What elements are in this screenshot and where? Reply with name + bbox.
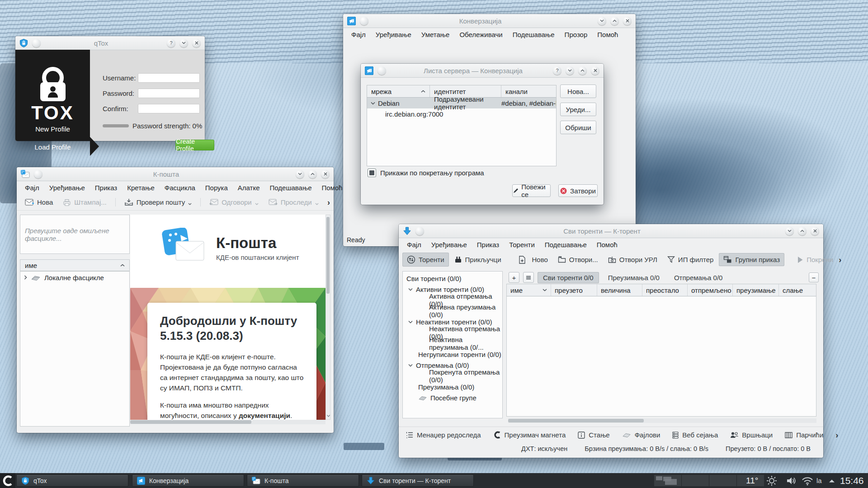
folder-list-header[interactable]: име bbox=[20, 259, 130, 271]
tree-item[interactable]: Неактивна преузимања (0/... bbox=[403, 338, 502, 349]
confirm-field[interactable] bbox=[138, 104, 200, 113]
menu-message[interactable]: Порука bbox=[200, 182, 233, 193]
column-channels[interactable]: канали bbox=[501, 85, 556, 97]
scrollbar-handle[interactable] bbox=[130, 420, 251, 424]
tab-downloads[interactable]: Преузимања 0/0 bbox=[603, 272, 665, 283]
favorite-folders-panel[interactable]: Превуците овде омиљене фасцикле... bbox=[20, 215, 130, 254]
close-icon[interactable] bbox=[321, 170, 330, 178]
new-server-button[interactable]: Нова... bbox=[560, 84, 596, 98]
peers-tab[interactable]: Вршњаци bbox=[730, 431, 773, 439]
app-launcher-button[interactable] bbox=[0, 473, 15, 488]
minimize-icon[interactable] bbox=[598, 17, 606, 25]
ktorrent-titlebar[interactable]: Сви торенти — К-торент bbox=[399, 224, 823, 238]
taskbar-task-kmail[interactable]: К-пошта bbox=[247, 474, 359, 487]
check-mail-button[interactable]: Провери пошту bbox=[120, 196, 197, 209]
status-tab[interactable]: Стање bbox=[578, 431, 609, 439]
ip-filter-button[interactable]: ИП филтер bbox=[663, 253, 718, 266]
column-uploaded[interactable]: отпремљено bbox=[688, 284, 733, 296]
folder-item-local[interactable]: Локалне фасцикле bbox=[20, 272, 129, 283]
close-icon[interactable] bbox=[192, 39, 201, 47]
menu-settings[interactable]: Подешавање bbox=[265, 182, 317, 193]
maximize-icon[interactable] bbox=[610, 17, 619, 25]
maximize-icon[interactable] bbox=[578, 66, 587, 75]
tab-load-profile[interactable]: Load Profile bbox=[15, 143, 90, 151]
taskbar-task-ktorrent[interactable]: Сви торенти — К-торент bbox=[362, 474, 474, 487]
chunks-tab[interactable]: Парчићи bbox=[785, 431, 823, 439]
column-network[interactable]: мрежа bbox=[367, 85, 430, 97]
expander-right-icon[interactable] bbox=[24, 275, 27, 280]
konversation-titlebar[interactable]: Конверзација bbox=[343, 14, 636, 28]
menu-folder[interactable]: Фасцикла bbox=[160, 182, 200, 193]
menu-file[interactable]: Фајл bbox=[20, 182, 44, 193]
pager-desktop-3[interactable] bbox=[709, 475, 737, 486]
help-icon[interactable]: ? bbox=[167, 39, 175, 47]
weather-sun-icon[interactable] bbox=[766, 473, 778, 488]
queue-manager-tab[interactable]: Менаџер редоследа bbox=[406, 431, 481, 439]
minimize-icon[interactable] bbox=[179, 39, 188, 47]
tree-item[interactable]: Сви торенти (0/0) bbox=[403, 273, 502, 284]
files-tab[interactable]: Фајлови bbox=[622, 431, 660, 439]
menu-settings[interactable]: Подешавање bbox=[540, 239, 592, 250]
tree-item-special-groups[interactable]: Посебне групе bbox=[403, 392, 502, 403]
torrent-list-empty[interactable] bbox=[506, 296, 816, 417]
scroll-down-arrow-icon[interactable] bbox=[327, 415, 330, 417]
close-icon[interactable] bbox=[591, 66, 599, 75]
titlebar-menu-button[interactable] bbox=[415, 227, 424, 235]
minimize-icon[interactable] bbox=[785, 227, 794, 235]
collapse-button[interactable]: − bbox=[809, 272, 819, 282]
reply-button[interactable]: Одговори bbox=[205, 196, 263, 209]
menu-edit[interactable]: Уређивање bbox=[426, 239, 472, 250]
menu-view[interactable]: Приказ bbox=[472, 239, 504, 250]
delete-server-button[interactable]: Обриши bbox=[560, 121, 596, 134]
username-field[interactable] bbox=[138, 73, 200, 83]
documentation-link[interactable]: документацији bbox=[239, 412, 290, 419]
create-profile-button[interactable]: Create Profile bbox=[175, 140, 214, 150]
menu-view[interactable]: Приказ bbox=[90, 182, 122, 193]
group-view-button[interactable]: Групни приказ bbox=[719, 253, 784, 266]
add-group-button[interactable]: + bbox=[509, 272, 519, 283]
horizontal-scrollbar[interactable] bbox=[508, 418, 816, 423]
menu-file[interactable]: Фајл bbox=[346, 29, 371, 40]
pager-desktop-1[interactable] bbox=[654, 475, 682, 486]
expander-down-icon[interactable] bbox=[408, 320, 413, 324]
taskbar-task-qtox[interactable]: qTox bbox=[16, 474, 128, 487]
tray-expander[interactable] bbox=[828, 473, 835, 488]
tab-all-torrents[interactable]: Сви торенти 0/0 bbox=[538, 272, 599, 283]
column-down-speed[interactable]: преузимање bbox=[733, 284, 779, 296]
menu-torrents[interactable]: Торенти bbox=[504, 239, 540, 250]
toolbar-overflow-icon[interactable]: › bbox=[839, 256, 841, 264]
menu-window[interactable]: Прозор bbox=[560, 29, 593, 40]
menu-help[interactable]: Помоћ bbox=[316, 182, 347, 193]
tree-item[interactable]: Активна преузимања (0/0) bbox=[403, 305, 502, 316]
qtox-titlebar[interactable]: qTox ? bbox=[15, 36, 205, 50]
keyboard-layout-indicator[interactable]: la bbox=[816, 473, 822, 488]
column-remaining[interactable]: преостало bbox=[642, 284, 688, 296]
password-field[interactable] bbox=[138, 89, 200, 98]
titlebar-menu-button[interactable] bbox=[32, 39, 41, 47]
help-icon[interactable]: ? bbox=[553, 66, 561, 75]
network-tray-icon[interactable] bbox=[801, 473, 814, 488]
tree-item[interactable]: Покренута отпремања (0/0) bbox=[403, 371, 502, 381]
scrollbar-handle[interactable] bbox=[508, 419, 644, 422]
column-downloaded[interactable]: преузето bbox=[551, 284, 597, 296]
close-button[interactable]: Затвори bbox=[558, 184, 598, 197]
expander-down-icon[interactable] bbox=[371, 102, 375, 105]
server-dialog-titlebar[interactable]: Листа сервера — Конверзација ? bbox=[361, 64, 604, 78]
new-torrent-button[interactable]: Ново bbox=[514, 253, 552, 267]
maximize-icon[interactable] bbox=[798, 227, 807, 235]
start-button[interactable]: Покрени bbox=[793, 253, 838, 266]
column-name[interactable]: име bbox=[507, 284, 551, 296]
show-at-startup-checkbox[interactable] bbox=[368, 169, 376, 177]
magnet-downloader-tab[interactable]: Преузимач магнета bbox=[493, 431, 566, 439]
weather-widget[interactable]: 11° bbox=[746, 473, 758, 488]
tab-uploads[interactable]: Отпремања 0/0 bbox=[669, 272, 728, 283]
menu-edit[interactable]: Уређивање bbox=[371, 29, 416, 40]
horizontal-scrollbar[interactable] bbox=[130, 420, 326, 424]
torrents-view-button[interactable]: Торенти bbox=[402, 253, 449, 267]
connect-button[interactable]: Повежи се bbox=[512, 184, 551, 197]
titlebar-menu-button[interactable] bbox=[34, 170, 42, 178]
expander-down-icon[interactable] bbox=[408, 364, 413, 367]
webseeds-tab[interactable]: Веб сејања bbox=[672, 431, 718, 439]
menu-go[interactable]: Кретање bbox=[122, 182, 160, 193]
menu-edit[interactable]: Уређивање bbox=[44, 182, 90, 193]
